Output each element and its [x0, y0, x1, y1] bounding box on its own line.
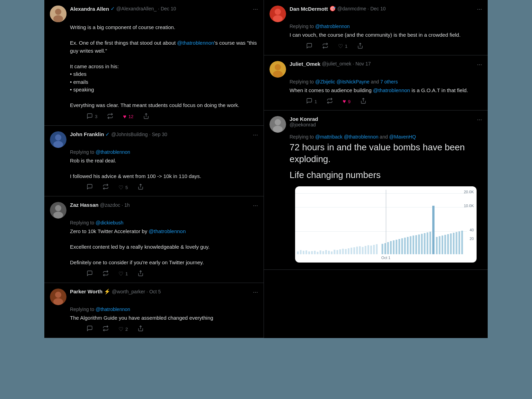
chart-x-oct1: Oct 1 [381, 256, 390, 260]
name-juliet: Juliet_Omek [290, 61, 320, 67]
svg-rect-40 [334, 250, 335, 254]
date-alexandra: Dec 10 [161, 6, 176, 11]
like-action-zaz[interactable]: ♡ 1 [118, 271, 128, 277]
more-btn-joe[interactable]: ··· [477, 116, 482, 123]
handle-dan: @danmcdme [337, 6, 366, 11]
chart-svg [296, 199, 466, 254]
share-action-parker[interactable] [138, 325, 144, 333]
like-action-alexandra[interactable]: ♥ 12 [123, 114, 133, 120]
text-dan: I can vouch, the course (and the communi… [290, 31, 482, 39]
svg-rect-74 [432, 206, 435, 254]
avatar-zaz [50, 202, 66, 219]
body-dan: Replying to @thatroblennon I can vouch, … [290, 24, 482, 55]
svg-rect-68 [415, 235, 417, 254]
comment-action-juliet[interactable]: 1 [306, 98, 317, 105]
svg-rect-71 [424, 233, 426, 254]
svg-rect-75 [436, 237, 438, 254]
share-action-john[interactable] [138, 184, 144, 191]
like-action-juliet[interactable]: ♥ 9 [343, 98, 351, 105]
svg-rect-34 [317, 252, 319, 254]
body-joe: Replying to @mattriback @thatroblennon a… [290, 134, 482, 269]
svg-rect-63 [401, 238, 403, 254]
svg-rect-50 [362, 247, 364, 254]
tweet-joe: Joe Konrad @joekonrad ··· Replying to @m… [264, 110, 488, 270]
like-count-juliet: 9 [348, 99, 351, 104]
svg-rect-56 [382, 244, 383, 254]
svg-rect-67 [413, 236, 414, 254]
more-btn-john[interactable]: ··· [253, 131, 258, 139]
like-count-dan: 1 [345, 44, 347, 49]
like-action-john[interactable]: ♡ 5 [118, 184, 128, 191]
handle-juliet: @juliet_omek [322, 61, 351, 66]
like-action-dan[interactable]: ♡ 1 [338, 43, 347, 50]
svg-rect-80 [450, 233, 452, 254]
name-john: John Franklin [70, 131, 104, 137]
share-action-alexandra[interactable] [143, 113, 149, 121]
svg-rect-42 [339, 249, 341, 254]
more-btn-parker[interactable]: ··· [253, 289, 258, 296]
svg-rect-84 [461, 231, 463, 254]
more-btn-juliet[interactable]: ··· [477, 61, 482, 68]
svg-rect-82 [456, 232, 458, 254]
svg-rect-44 [345, 249, 347, 254]
retweet-action-zaz[interactable] [103, 270, 109, 278]
body-zaz: Replying to @dickiebush Zero to 10k Twit… [70, 220, 258, 283]
retweet-icon-alexandra [107, 113, 113, 121]
more-btn-dan[interactable]: ··· [477, 6, 482, 13]
svg-rect-57 [384, 243, 386, 254]
svg-point-22 [273, 71, 283, 78]
verified-alexandra: ✓ [110, 6, 115, 12]
date-john: Sep 30 [152, 132, 167, 137]
share-action-dan[interactable] [357, 43, 363, 50]
avatar-john [50, 131, 66, 148]
svg-rect-53 [370, 246, 372, 254]
more-btn-alexandra[interactable]: ··· [253, 6, 258, 13]
comment-count-alexandra: 3 [95, 114, 97, 119]
svg-point-21 [275, 64, 281, 70]
retweet-action-john[interactable] [103, 184, 109, 191]
svg-rect-60 [393, 240, 394, 254]
share-action-zaz[interactable] [138, 270, 144, 278]
tweet-john: John Franklin ✓ @JohnIsBuilding · Sep 30… [44, 126, 264, 197]
svg-rect-54 [373, 245, 375, 254]
svg-rect-62 [398, 239, 400, 254]
date-dan: Dec 10 [370, 6, 385, 11]
handle-alexandra: @AlexandraAllen_ [116, 6, 157, 11]
share-action-juliet[interactable] [360, 98, 366, 105]
comment-action-john[interactable] [87, 184, 93, 191]
more-btn-zaz[interactable]: ··· [253, 202, 258, 209]
comment-action-alexandra[interactable]: 3 [87, 113, 97, 121]
svg-rect-59 [390, 241, 392, 254]
tweet-alexandra: Alexandra Allen ✓ @AlexandraAllen_ · Dec… [44, 0, 264, 126]
svg-rect-30 [305, 250, 307, 254]
like-count-zaz: 1 [125, 271, 128, 276]
comment-action-parker[interactable] [87, 325, 93, 333]
comment-action-dan[interactable] [306, 43, 312, 50]
svg-rect-66 [410, 236, 411, 254]
replying-juliet: Replying to @Zbijelic @itsNickPayne and … [290, 79, 482, 85]
verified-john: ✓ [105, 131, 110, 138]
name-zaz: Zaz Hassan [70, 202, 99, 208]
retweet-action-alexandra[interactable] [107, 113, 113, 121]
svg-rect-31 [308, 251, 310, 254]
date-zaz: 1h [124, 202, 130, 208]
svg-rect-27 [297, 251, 299, 254]
svg-rect-48 [356, 247, 358, 254]
mention-thatroblennon-1[interactable]: @thatroblennon [177, 40, 214, 46]
retweet-action-juliet[interactable] [327, 98, 333, 105]
handle-zaz: @zazdoc [100, 202, 121, 208]
replying-parker: Replying to @thatroblennon [70, 307, 258, 312]
svg-rect-51 [365, 246, 366, 254]
retweet-action-parker[interactable] [103, 325, 109, 333]
text-juliet: When it comes to audience building @that… [290, 87, 482, 95]
comment-icon-alexandra [87, 113, 93, 121]
avatar-dan [269, 6, 286, 22]
like-action-parker[interactable]: ♡ 2 [118, 326, 128, 332]
replying-dan: Replying to @thatroblennon [290, 24, 482, 29]
svg-rect-45 [348, 248, 349, 254]
retweet-action-dan[interactable] [322, 43, 328, 50]
svg-rect-79 [447, 234, 449, 254]
like-count-john: 5 [125, 185, 128, 190]
replying-joe: Replying to @mattriback @thatroblennon a… [290, 134, 482, 140]
comment-action-zaz[interactable] [87, 270, 93, 278]
